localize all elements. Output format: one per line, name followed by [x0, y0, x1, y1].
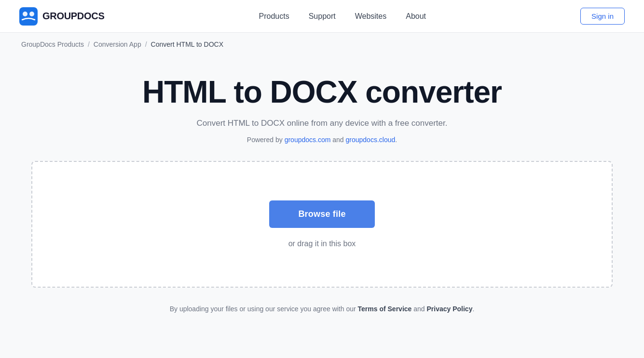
breadcrumb-sep-2: / [145, 40, 147, 48]
svg-rect-0 [19, 7, 38, 26]
breadcrumb-sep-1: / [88, 40, 90, 48]
powered-by-suffix: . [395, 136, 397, 144]
main-nav: Products Support Websites About [259, 12, 426, 21]
page-title: HTML to DOCX converter [142, 75, 502, 109]
browse-file-button[interactable]: Browse file [269, 200, 374, 228]
sign-in-button[interactable]: Sign in [580, 8, 625, 25]
page-subtitle: Convert HTML to DOCX online from any dev… [197, 119, 448, 128]
breadcrumb-current: Convert HTML to DOCX [151, 40, 223, 48]
privacy-link[interactable]: Privacy Policy [426, 305, 472, 313]
drop-zone[interactable]: Browse file or drag it in this box [31, 161, 613, 288]
drag-text: or drag it in this box [288, 239, 356, 248]
powered-by-link1[interactable]: groupdocs.com [285, 136, 331, 144]
main-content: HTML to DOCX converter Convert HTML to D… [0, 56, 644, 342]
groupdocs-logo-icon [19, 7, 38, 26]
footer-notice: By uploading your files or using our ser… [170, 305, 475, 313]
brand-name: GROUPDOCS [42, 11, 104, 22]
footer-suffix: . [472, 305, 474, 313]
tos-link[interactable]: Terms of Service [358, 305, 412, 313]
nav-websites[interactable]: Websites [355, 12, 387, 21]
breadcrumb: GroupDocs Products / Conversion App / Co… [0, 33, 644, 56]
powered-by-link2[interactable]: groupdocs.cloud [346, 136, 396, 144]
breadcrumb-home[interactable]: GroupDocs Products [21, 40, 84, 48]
nav-products[interactable]: Products [259, 12, 289, 21]
footer-notice-prefix: By uploading your files or using our ser… [170, 305, 358, 313]
powered-by-prefix: Powered by [247, 136, 285, 144]
logo-link[interactable]: GROUPDOCS [19, 7, 104, 26]
breadcrumb-conversion-app[interactable]: Conversion App [94, 40, 141, 48]
nav-about[interactable]: About [406, 12, 426, 21]
svg-point-2 [29, 12, 34, 16]
powered-by-text: Powered by groupdocs.com and groupdocs.c… [247, 136, 397, 144]
svg-point-1 [23, 12, 27, 16]
nav-support[interactable]: Support [309, 12, 336, 21]
footer-and: and [411, 305, 426, 313]
powered-by-and: and [330, 136, 345, 144]
